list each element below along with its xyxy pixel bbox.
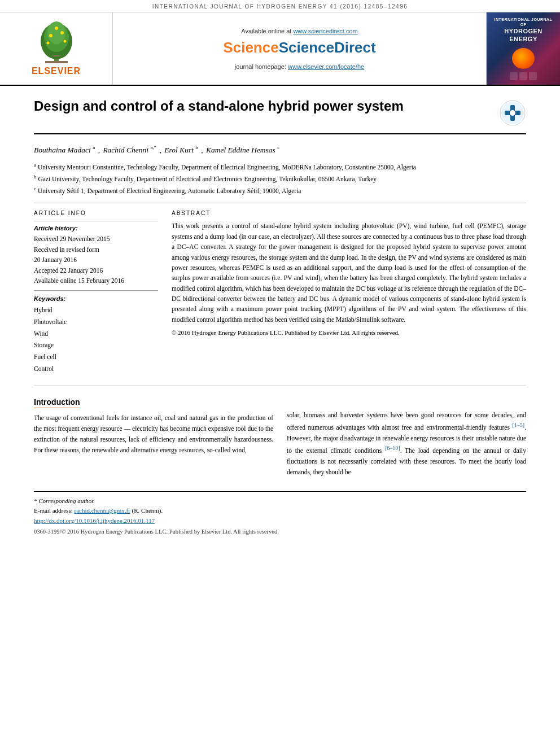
author-4-name: Kamel Eddine Hemsas xyxy=(206,146,275,154)
author-4-super: c xyxy=(277,145,279,150)
journal-cover-title: International Journal of HYDROGEN ENERGY xyxy=(491,17,555,43)
author-3-super: b xyxy=(195,145,198,150)
svg-point-9 xyxy=(63,40,66,42)
svg-point-6 xyxy=(60,31,64,34)
keyword-5: Fuel cell xyxy=(34,351,158,363)
footnote-corresponding: * Corresponding author. xyxy=(34,496,526,506)
author-1-super: a xyxy=(93,145,95,150)
keywords-label: Keywords: xyxy=(34,295,158,302)
intro-right-col: solar, biomass and harvester systems hav… xyxy=(287,397,526,477)
article-info-abstract-cols: ARTICLE INFO Article history: Received 2… xyxy=(34,210,526,374)
affil-3: c University Sétif 1, Department of Elec… xyxy=(34,185,526,196)
intro-left-text: The usage of conventional fuels for inst… xyxy=(34,413,273,456)
affiliations-section: a University Mentouri Constantine, Techn… xyxy=(34,161,526,196)
journal-top-bar: INTERNATIONAL JOURNAL OF HYDROGEN ENERGY… xyxy=(0,0,560,12)
available-online-label: Available online at www.sciencedirect.co… xyxy=(241,28,357,34)
authors-section: Bouthaina Madaci a , Rachid Chenni a,* ,… xyxy=(34,143,526,156)
footnote-email: E-mail address: rachid.chenni@gmx.fr (R.… xyxy=(34,506,526,516)
cover-small-icon-3 xyxy=(529,72,537,80)
keyword-6: Control xyxy=(34,363,158,375)
cover-circle-graphic xyxy=(512,48,535,69)
doi-url[interactable]: http://dx.doi.org/10.1016/j.ijhydene.201… xyxy=(34,517,155,524)
abstract-heading: ABSTRACT xyxy=(172,210,526,216)
elsevier-brand-text: ELSEVIER xyxy=(32,66,81,76)
article-info-mid-divider xyxy=(34,290,158,291)
sciencedirect-url[interactable]: www.sciencedirect.com xyxy=(293,28,357,34)
journal-header-text: INTERNATIONAL JOURNAL OF HYDROGEN ENERGY… xyxy=(152,3,408,10)
intro-right-text: solar, biomass and harvester systems hav… xyxy=(287,410,526,477)
paper-title-section: Design and control of a stand-alone hybr… xyxy=(34,97,526,134)
paper-title: Design and control of a stand-alone hybr… xyxy=(34,97,490,115)
svg-point-5 xyxy=(49,34,53,37)
article-info-heading: ARTICLE INFO xyxy=(34,210,158,216)
journal-cover-image: International Journal of HYDROGEN ENERGY xyxy=(487,12,560,85)
article-info-top-divider xyxy=(34,221,158,221)
keyword-2: Photovoltaic xyxy=(34,316,158,328)
main-section-divider xyxy=(34,386,526,386)
article-history-label: Article history: xyxy=(34,225,158,231)
bottom-copyright: 0360-3199/© 2016 Hydrogen Energy Publica… xyxy=(34,528,526,535)
svg-point-8 xyxy=(46,41,49,44)
footnote-email-link[interactable]: rachid.chenni@gmx.fr xyxy=(74,507,130,514)
header-divider xyxy=(34,203,526,203)
cite-1-5: [1–5] xyxy=(512,422,524,428)
crossmark-icon[interactable] xyxy=(499,99,526,126)
cover-small-icon-1 xyxy=(510,72,518,80)
introduction-section: Introduction The usage of conventional f… xyxy=(34,397,526,477)
svg-rect-10 xyxy=(53,55,60,56)
footnote-section: * Corresponding author. E-mail address: … xyxy=(34,491,526,535)
keyword-4: Storage xyxy=(34,339,158,351)
keyword-1: Hybrid xyxy=(34,304,158,316)
svg-point-7 xyxy=(55,27,58,30)
author-3-name: Erol Kurt xyxy=(164,146,194,154)
intro-left-col: Introduction The usage of conventional f… xyxy=(34,397,273,477)
journal-header: ELSEVIER Available online at www.science… xyxy=(0,12,560,86)
paper-body: Design and control of a stand-alone hybr… xyxy=(0,86,560,552)
cover-small-icon-2 xyxy=(519,72,527,80)
affil-2: b Gazi University, Technology Faculty, D… xyxy=(34,173,526,184)
cover-icon-row xyxy=(510,72,537,80)
svg-point-15 xyxy=(510,110,515,116)
abstract-text: This work presents a control of stand-al… xyxy=(172,221,526,325)
author-1-name: Bouthaina Madaci xyxy=(34,146,91,154)
affil-1: a University Mentouri Constantine, Techn… xyxy=(34,161,526,172)
elsevier-tree-icon xyxy=(34,21,79,64)
intro-heading: Introduction xyxy=(34,397,80,408)
svg-rect-1 xyxy=(45,61,68,63)
author-2-name: Rachid Chenni xyxy=(103,146,148,154)
intro-columns: Introduction The usage of conventional f… xyxy=(34,397,526,477)
elsevier-logo-block: ELSEVIER xyxy=(0,12,113,85)
author-2-super: a,* xyxy=(150,145,156,150)
keyword-3: Wind xyxy=(34,328,158,340)
article-info-col: ARTICLE INFO Article history: Received 2… xyxy=(34,210,158,374)
journal-homepage-label: journal homepage: www.elsevier.com/locat… xyxy=(235,63,364,70)
journal-homepage-url[interactable]: www.elsevier.com/locate/he xyxy=(288,63,364,70)
abstract-col: ABSTRACT This work presents a control of… xyxy=(172,210,526,374)
doi-link: http://dx.doi.org/10.1016/j.ijhydene.201… xyxy=(34,516,526,526)
sciencedirect-block: Available online at www.sciencedirect.co… xyxy=(113,12,487,85)
cite-6-10: [6–10] xyxy=(385,445,400,451)
abstract-copyright: © 2016 Hydrogen Energy Publications LLC.… xyxy=(172,329,526,336)
received-date: Received 29 November 2015 Received in re… xyxy=(34,234,158,286)
sciencedirect-logo: ScienceScienceDirect xyxy=(223,39,375,56)
keywords-list: Hybrid Photovoltaic Wind Storage Fuel ce… xyxy=(34,304,158,374)
